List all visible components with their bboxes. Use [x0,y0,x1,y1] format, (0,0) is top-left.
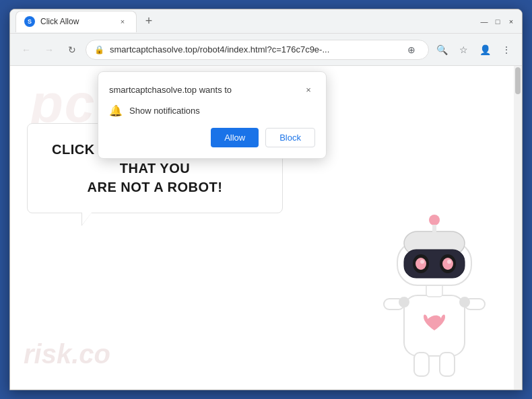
search-icon[interactable]: 🔍 [433,41,451,59]
page-content: pct [10,66,522,390]
popup-permission-row: 🔔 Show notifications [109,104,315,117]
profile-icon[interactable]: 👤 [476,41,494,59]
watermark-bottom: risk.co [24,339,110,369]
notification-popup: smartcaptchasolve.top wants to × 🔔 Show … [98,71,327,159]
svg-rect-4 [440,353,455,376]
address-text: smartcaptchasolve.top/robot4/index.html?… [110,44,397,55]
address-bar: ← → ↻ 🔒 smartcaptchasolve.top/robot4/ind… [10,34,522,66]
robot-image [360,201,508,390]
refresh-button[interactable]: ↻ [63,40,81,59]
lock-icon: 🔒 [94,45,104,55]
tab-favicon: S [24,16,35,27]
title-bar: S Click Allow × + — □ × [10,9,522,34]
scrollbar[interactable] [514,66,522,390]
permission-text: Show notifications [129,106,200,116]
bell-icon: 🔔 [109,104,123,117]
minimize-button[interactable]: — [479,16,490,27]
active-tab[interactable]: S Click Allow × [15,11,137,32]
maximize-button[interactable]: □ [492,16,503,27]
svg-point-16 [447,260,451,264]
close-button[interactable]: × [506,16,517,27]
back-button[interactable]: ← [17,40,36,59]
tab-title: Click Allow [40,17,112,26]
new-tab-button[interactable]: + [139,12,158,31]
popup-buttons: Allow Block [109,128,315,147]
scrollbar-thumb[interactable] [515,67,521,94]
translate-icon[interactable]: ⊕ [403,41,420,59]
svg-rect-9 [432,225,436,233]
popup-header: smartcaptchasolve.top wants to × [109,83,315,96]
allow-button[interactable]: Allow [211,128,259,147]
svg-point-8 [429,215,440,225]
forward-button[interactable]: → [40,40,59,59]
menu-icon[interactable]: ⋮ [498,41,515,59]
svg-point-18 [459,297,470,307]
svg-point-15 [420,260,424,264]
svg-point-17 [399,297,409,307]
bookmark-icon[interactable]: ☆ [455,41,472,59]
svg-point-14 [442,258,453,270]
svg-rect-3 [414,353,429,376]
tab-strip: S Click Allow × + [15,9,469,33]
block-button[interactable]: Block [265,128,315,147]
address-input[interactable]: 🔒 smartcaptchasolve.top/robot4/index.htm… [86,40,429,60]
browser-window: S Click Allow × + — □ × ← → ↻ 🔒 smartcap… [9,9,523,390]
address-icons: ⊕ [403,41,420,59]
tab-close-button[interactable]: × [117,16,128,27]
popup-close-button[interactable]: × [302,83,315,96]
svg-point-13 [415,258,426,270]
popup-title: smartcaptchasolve.top wants to [109,85,232,95]
window-controls: — □ × [473,16,517,27]
